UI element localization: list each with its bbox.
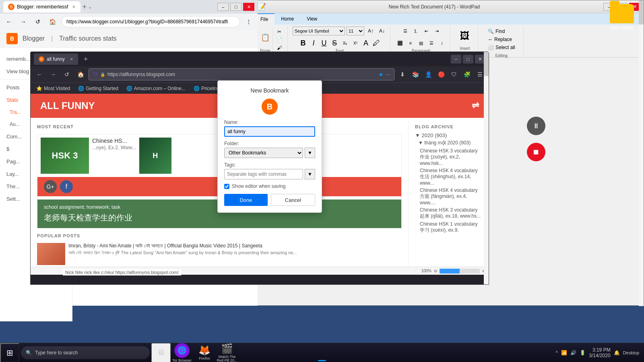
record-pause-btn[interactable]: ⏸ [527,117,545,135]
tray-battery-icon[interactable]: 🔋 [580,350,586,356]
ribbon-copy-btn[interactable]: 📄 [275,36,284,43]
para-justify-btn[interactable]: ☰ [427,38,436,48]
ff-bookmark-getting-started[interactable]: 🌐 Getting Started [76,85,121,92]
chrome-maximize[interactable]: □ [230,3,242,11]
ribbon-cut-btn[interactable]: ✂ [275,28,284,35]
ff-forward[interactable]: → [47,69,59,80]
archive-year[interactable]: ▼ 2020 (903) [415,132,482,138]
post-title-main[interactable]: Chinese HS... [92,138,136,144]
ff-bookmark-amazon[interactable]: 🌐 Amazon.com – Online... [124,85,188,92]
ff-minimize[interactable]: – [451,55,461,64]
chrome-forward[interactable]: → [18,16,29,27]
ribbon-paste-btn[interactable]: 📋 [259,26,272,49]
chrome-new-tab[interactable]: + [82,3,87,11]
taskbar-app-video[interactable]: 🎬 Watch TheRed Pill 20... [216,343,238,362]
tray-network-icon[interactable]: 📶 [561,350,567,356]
ff-container-icon[interactable]: 🔴 [436,69,447,80]
dialog-cancel-btn[interactable]: Cancel [271,194,315,206]
ff-sync-icon[interactable]: 👤 [423,69,434,80]
chrome-tab[interactable]: B Blogger: rememberlessf ✕ [3,1,80,12]
font-grow-btn[interactable]: A↑ [366,26,376,36]
editing-find[interactable]: 🔍 Find [486,28,517,35]
archive-month[interactable]: ▼ tháng một 2020 (903) [415,140,482,146]
font-strikethrough-btn[interactable]: S [330,38,339,48]
taskbar-app-tor[interactable]: 🌐 Tor Browser [171,343,193,362]
ff-home[interactable]: 🏠 [75,69,86,80]
font-size-select[interactable]: 11 [347,27,364,35]
dialog-show-editor-checkbox[interactable] [224,184,229,189]
archive-item-1[interactable]: Chinese HSK 4 vocabulary 生活 (shēnghuó), … [420,168,482,186]
font-color-btn[interactable]: A [361,38,371,48]
archive-item-0[interactable]: Chinese HSK 3 vocabulary 作业 (zuòyè), ex.… [420,148,482,166]
dialog-folder-select[interactable]: Other Bookmarks [224,148,303,158]
record-stop-btn[interactable]: ⏹ [527,143,545,161]
shuffle-icon[interactable]: ⇌ [472,100,479,111]
chrome-tab-close[interactable]: ✕ [72,4,76,10]
para-align-left-btn[interactable]: ⬛ [395,38,405,48]
chrome-home[interactable]: 🏠 [47,16,58,27]
font-name-select[interactable]: Segoe UI Symbol [293,27,345,35]
insert-picture-btn[interactable]: 🖼 [455,26,475,45]
ff-extensions-icon[interactable]: 🧩 [461,69,473,80]
dialog-name-input[interactable] [224,126,315,137]
para-indent-dec-btn[interactable]: ⇤ [421,26,431,36]
taskbar-app-firefox[interactable]: 🦊 Firefox [193,343,216,362]
chrome-minimize[interactable]: – [217,3,229,11]
chrome-refresh[interactable]: ↺ [32,16,43,27]
dialog-tags-input[interactable] [224,169,303,179]
font-underline-btn[interactable]: U [319,38,329,48]
zoom-slider-container[interactable] [440,269,480,274]
firefox-tab[interactable]: B all funny ✕ [34,53,78,65]
tray-sound-icon[interactable]: 🔊 [570,350,576,356]
google-plus-btn[interactable]: G+ [44,180,57,193]
font-shrink-btn[interactable]: A↓ [377,26,387,36]
ff-tab-close[interactable]: ✕ [70,57,73,62]
ribbon-tab-view[interactable]: View [300,13,324,25]
font-bold-btn[interactable]: B [298,38,308,48]
para-align-center-btn[interactable]: ≡ [406,38,415,48]
archive-item-4[interactable]: Chinese HSK 1 vocabulary 学习 (xuéxí), ex.… [420,221,482,234]
font-italic-btn[interactable]: I [309,38,318,48]
wordpad-scrollbar[interactable] [639,0,644,306]
ff-address-bar[interactable]: 🛡 🔒 https://allfunnyrss.blogspot.com ★ ·… [89,68,394,80]
dialog-tags-expand-btn[interactable]: ▼ [305,169,315,179]
ff-scrollbar[interactable] [484,94,489,267]
popular-post-1[interactable]: Imran, Bristy - Ami Nei Amate | আমি নেই … [37,243,402,265]
ribbon-tab-home[interactable]: Home [275,13,300,25]
ff-new-tab[interactable]: + [84,55,88,64]
taskbar-start-btn[interactable]: ⊞ [0,343,19,362]
para-align-right-btn[interactable]: ▤ [416,38,426,48]
chrome-settings[interactable]: ⋮ [243,16,254,27]
chrome-close[interactable]: ✕ [243,3,254,11]
taskbar-task-view[interactable]: 🖥 [151,343,171,362]
editing-select-all[interactable]: ⬜ Select all [486,44,517,51]
bookmark-star-icon[interactable]: ★ [378,71,384,78]
para-bullets-btn[interactable]: ☰ [400,26,410,36]
tray-expand-icon[interactable]: ^ [556,350,558,356]
taskbar-search[interactable]: 🔍 Type here to search [21,346,150,359]
ff-back[interactable]: ← [34,69,45,80]
facebook-btn[interactable]: f [60,180,73,193]
highlight-btn[interactable]: 🖊 [372,38,381,48]
chrome-tab-overflow[interactable]: ⌄ [88,4,92,10]
editing-replace[interactable]: ↔ Replace [486,36,517,43]
ff-more-icon[interactable]: ··· [386,72,390,77]
para-numbered-btn[interactable]: 1. [411,26,421,36]
tray-notification-icon[interactable]: 🔔 [614,350,620,356]
dialog-done-btn[interactable]: Done [224,194,268,206]
ff-downloads-icon[interactable]: ⬇ [397,69,408,80]
desktop-show-btn[interactable]: Desktop [623,350,639,355]
desktop-folder[interactable]: New folder [604,4,640,31]
ff-bookmarks-icon[interactable]: 📚 [410,69,421,80]
dialog-folder-expand-btn[interactable]: ▼ [305,148,315,158]
archive-item-3[interactable]: Chinese HSK 3 vocabulary 起来 (qǐlái), ex.… [420,207,482,220]
ff-shield-icon[interactable]: 🛡 [448,69,460,80]
ff-refresh[interactable]: ↺ [61,69,72,80]
archive-item-2[interactable]: Chinese HSK 4 vocabulary 方面 (fāngmiàn), … [420,187,482,206]
chrome-back[interactable]: ← [3,16,14,27]
chrome-address-bar[interactable] [61,16,240,27]
font-superscript-btn[interactable]: X² [351,38,360,48]
ff-maximize[interactable]: □ [463,55,473,64]
para-indent-inc-btn[interactable]: ⇥ [432,26,442,36]
ribbon-format-painter-btn[interactable]: 🖌 [275,44,284,51]
